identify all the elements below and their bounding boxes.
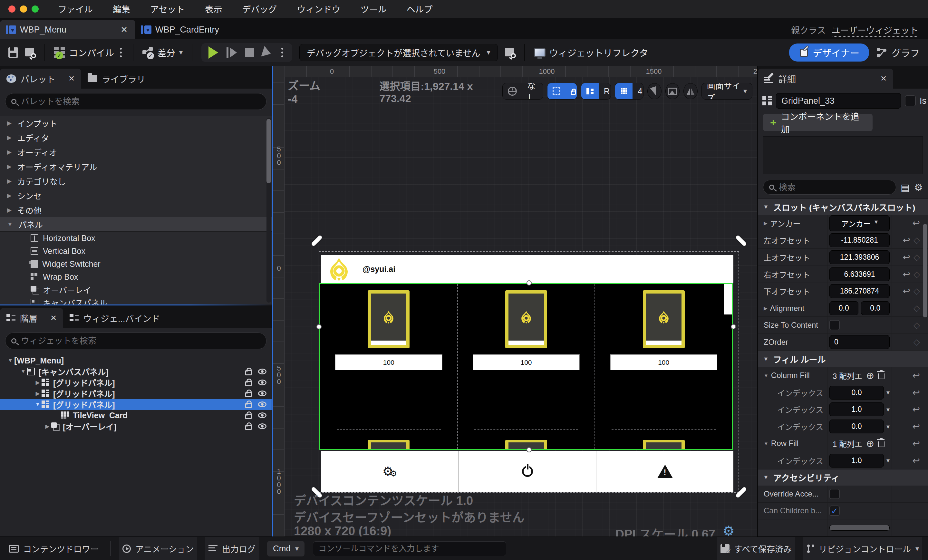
lock-icon[interactable] (245, 414, 252, 419)
play-icon[interactable] (209, 46, 218, 59)
card-column[interactable]: 100 (458, 284, 595, 449)
tree-row-overlay[interactable]: ▶[オーバーレイ] (0, 421, 272, 432)
menu-view[interactable]: 表示 (205, 3, 222, 15)
palette-search-input[interactable] (21, 97, 260, 107)
tab-wbp-cardentry[interactable]: ♥ WBP_CardEntry (135, 20, 227, 39)
parent-class-link[interactable]: ユーザーウィジェット (832, 26, 918, 37)
tree-row-grid-panel-3-selected[interactable]: ▼[グリッドパネル] (0, 399, 272, 410)
screen-size-dropdown[interactable]: 画面サイズ ▾ (702, 83, 752, 99)
flip-preview-button[interactable] (684, 83, 698, 99)
save-icon[interactable] (8, 47, 18, 58)
chevron-down-icon[interactable]: ▾ (887, 389, 890, 396)
cursor-tool-button[interactable] (647, 83, 661, 99)
visibility-icon[interactable] (258, 401, 267, 407)
chevron-down-icon[interactable]: ▾ (887, 456, 890, 464)
card-thumbnail[interactable] (368, 290, 409, 348)
palette-category-audio-material[interactable]: ▶オーディオマテリアル (0, 159, 272, 174)
designer-mode-button[interactable]: デザイナー (789, 44, 869, 61)
palette-scrollbar[interactable] (267, 117, 271, 302)
palette-category-input[interactable]: ▶インプット (0, 116, 272, 130)
palette-item-widget-switcher[interactable]: Widget Switcher (0, 258, 272, 270)
offset-left-field[interactable]: -11.850281 (829, 233, 890, 247)
bind-diamond-icon[interactable]: ◇ (914, 320, 920, 330)
add-element-icon[interactable]: ⊕ (866, 438, 874, 449)
section-slot[interactable]: ▼スロット (キャンバスパネルスロット) (758, 198, 928, 215)
alignment-y-field[interactable]: 0.0 (861, 301, 890, 315)
card-thumbnail-row2[interactable] (643, 440, 685, 449)
column-fill-2-field[interactable]: 0.0 (829, 420, 884, 433)
bind-diamond-icon[interactable]: ◇ (914, 286, 920, 296)
tab-hierarchy[interactable]: 階層 ✕ (0, 308, 63, 328)
reset-icon[interactable]: ↩ (903, 286, 910, 296)
footer-warning-cell[interactable] (597, 451, 733, 492)
reset-icon[interactable]: ↩ (913, 218, 920, 229)
chevron-down-icon[interactable]: ▾ (887, 423, 890, 430)
tab-palette[interactable]: パレット ✕ (0, 69, 81, 89)
bind-diamond-icon[interactable]: ◇ (914, 337, 920, 347)
console-command-input[interactable] (313, 541, 506, 556)
tab-library[interactable]: ライブラリ (81, 69, 152, 89)
palette-category-panel[interactable]: ▼パネル (0, 217, 272, 232)
is-variable-checkbox[interactable] (905, 95, 916, 106)
details-scrollbar[interactable] (923, 224, 927, 317)
override-accessible-checkbox[interactable] (829, 489, 840, 499)
section-fill-rules[interactable]: ▼フィル ルール (758, 351, 928, 367)
respect-locks-button[interactable]: R (599, 83, 611, 99)
offset-top-field[interactable]: 121.393806 (829, 250, 890, 264)
tree-row-grid-panel-1[interactable]: ▶[グリッドパネル] (0, 377, 272, 388)
bind-diamond-icon[interactable]: ◇ (914, 252, 920, 262)
tab-details[interactable]: 詳細 ✕ (758, 69, 893, 89)
card-column[interactable]: 100 (320, 284, 458, 449)
card-thumbnail[interactable] (643, 290, 685, 348)
add-element-icon[interactable]: ⊕ (866, 370, 874, 381)
card-thumbnail-row2[interactable] (368, 440, 409, 449)
column-fill-1-field[interactable]: 1.0 (829, 403, 884, 416)
menu-debug[interactable]: デバッグ (242, 3, 277, 15)
tree-row-wbp-menu[interactable]: ▼[WBP_Menu] (0, 355, 272, 366)
lock-icon[interactable] (245, 381, 252, 386)
palette-category-audio[interactable]: ▶オーディオ (0, 145, 272, 159)
close-window-button[interactable] (8, 6, 15, 12)
grid-snap-size[interactable]: 4 (632, 83, 644, 99)
minimize-window-button[interactable] (20, 6, 27, 12)
tab-wbp-menu[interactable]: ♥ WBP_Menu ✕ (0, 20, 135, 39)
details-settings-gear-icon[interactable]: ⚙ (914, 182, 923, 193)
details-search-input[interactable] (779, 182, 890, 192)
column-fill-0-field[interactable]: 0.0 (829, 386, 884, 400)
reset-icon[interactable]: ↩ (903, 235, 910, 246)
selected-grid-panel[interactable]: 100 100 (319, 283, 733, 450)
reset-icon[interactable]: ↩ (913, 370, 920, 381)
details-view-options-icon[interactable]: ▤ (901, 182, 910, 193)
design-footer-bar[interactable]: ⚙⚙ (321, 451, 733, 492)
tree-row-tileview-card[interactable]: TileView_Card (0, 410, 272, 421)
frame-skip-icon[interactable] (226, 47, 237, 58)
menu-help[interactable]: ヘルプ (406, 3, 432, 15)
dpi-settings-gear-icon[interactable]: ⚙ (722, 523, 735, 537)
eject-icon[interactable] (263, 47, 271, 58)
palette-category-synth[interactable]: ▶シンセ (0, 188, 272, 203)
designer-viewport[interactable]: 0 500 1000 1500 200 500 0 500 1000 ズーム -… (272, 66, 757, 537)
card-thumbnail-row2[interactable] (505, 440, 547, 449)
alignment-x-field[interactable]: 0.0 (829, 301, 858, 315)
preview-background-button[interactable] (665, 83, 679, 99)
stop-icon[interactable] (245, 48, 254, 57)
lock-widget-button[interactable] (566, 83, 577, 99)
close-panel-icon[interactable]: ✕ (68, 74, 75, 83)
reset-icon[interactable]: ↩ (913, 387, 920, 398)
reset-icon[interactable]: ↩ (913, 455, 920, 466)
add-component-button[interactable]: + コンポーネントを追加 (763, 114, 873, 131)
close-panel-icon[interactable]: ✕ (50, 313, 57, 322)
offset-right-field[interactable]: 6.633691 (829, 267, 890, 281)
play-options-icon[interactable] (281, 52, 283, 53)
revision-control-button[interactable]: リビジョンコントロール ▾ (803, 537, 922, 560)
content-drawer-button[interactable]: コンテンツドロワー (6, 537, 102, 560)
card-thumbnail[interactable] (505, 290, 547, 348)
lock-icon[interactable] (245, 403, 252, 408)
chevron-down-icon[interactable]: ▾ (887, 406, 890, 414)
resize-handle-left-center[interactable] (316, 324, 322, 329)
menu-asset[interactable]: アセット (150, 3, 185, 15)
diff-button[interactable]: ✓ 差分 ▾ (142, 46, 183, 59)
close-tab-icon[interactable]: ✕ (121, 25, 128, 35)
palette-item-horizontal-box[interactable]: Horizontal Box (0, 232, 272, 244)
tab-widget-bind[interactable]: ウィジェ...バインド (63, 308, 166, 328)
